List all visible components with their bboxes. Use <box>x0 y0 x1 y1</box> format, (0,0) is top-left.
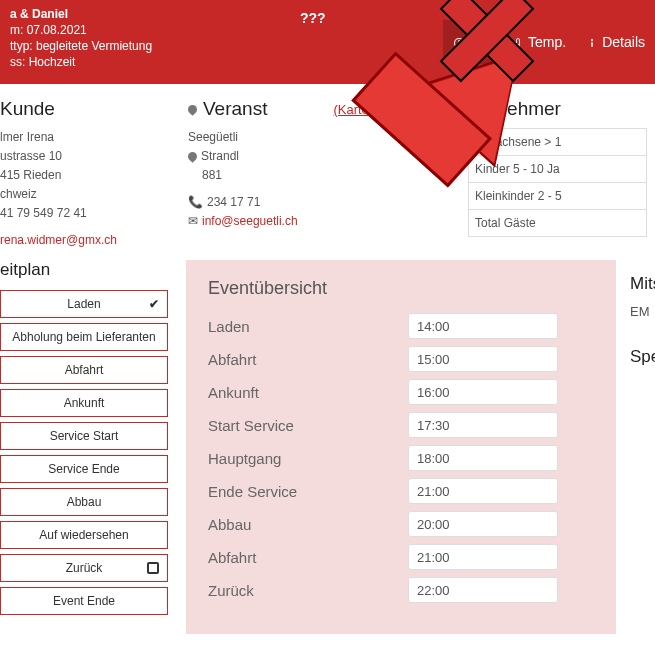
tab-details-label: Details <box>602 34 645 50</box>
ov-time-input[interactable] <box>408 544 558 570</box>
zp-laden[interactable]: Laden✔ <box>0 290 168 318</box>
checkbox-icon <box>147 562 159 574</box>
ov-time-input[interactable] <box>408 412 558 438</box>
part-row: Kleinkinder 2 - 5 <box>469 183 647 210</box>
zp-label: Laden <box>67 297 100 311</box>
venue-phone: 234 17 71 <box>207 193 260 212</box>
mitspieler-value: EM <box>630 304 655 319</box>
kunde-name: lmer Irena <box>0 128 172 147</box>
zp-label: Event Ende <box>53 594 115 608</box>
zp-wiedersehen[interactable]: Auf wiedersehen <box>0 521 168 549</box>
ov-time-input[interactable] <box>408 445 558 471</box>
venue-email-link[interactable]: info@seeguetli.ch <box>202 212 298 231</box>
ov-label: Ende Service <box>208 483 408 500</box>
email-icon: ✉ <box>188 212 198 231</box>
kunde-country: chweiz <box>0 185 172 204</box>
pin-icon <box>186 103 199 116</box>
kunde-column: Kunde lmer Irena ustrasse 10 415 Rieden … <box>0 84 180 256</box>
zp-label: Abholung beim Lieferanten <box>12 330 155 344</box>
kunde-zip: 415 Rieden <box>0 166 172 185</box>
overview-title: Eventübersicht <box>208 278 598 299</box>
zp-label: Abfahrt <box>65 363 104 377</box>
ov-label: Laden <box>208 318 408 335</box>
ov-time-input[interactable] <box>408 478 558 504</box>
ov-label: Ankunft <box>208 384 408 401</box>
zp-abholung[interactable]: Abholung beim Lieferanten <box>0 323 168 351</box>
kunde-title: Kunde <box>0 98 172 120</box>
venue-street: Strandl <box>201 147 239 166</box>
svg-point-3 <box>591 39 593 41</box>
content-top: Kunde lmer Irena ustrasse 10 415 Rieden … <box>0 84 655 256</box>
zp-label: Zurück <box>66 561 103 575</box>
x-mark-overlay <box>440 0 530 80</box>
zp-label: Service Ende <box>48 462 119 476</box>
svg-rect-4 <box>591 42 593 47</box>
ov-label: Abbau <box>208 516 408 533</box>
ov-label: Zurück <box>208 582 408 599</box>
ov-time-input[interactable] <box>408 379 558 405</box>
venue-title-text: Veranst <box>203 98 267 120</box>
zp-label: Abbau <box>67 495 102 509</box>
event-overview: Eventübersicht Laden Abfahrt Ankunft Sta… <box>186 260 616 634</box>
ov-time-input[interactable] <box>408 577 558 603</box>
ov-label: Abfahrt <box>208 549 408 566</box>
ov-time-input[interactable] <box>408 511 558 537</box>
zp-service-start[interactable]: Service Start <box>0 422 168 450</box>
zp-abbau[interactable]: Abbau <box>0 488 168 516</box>
right-column: Mitspie EM Speziel <box>616 260 655 634</box>
zp-event-ende[interactable]: Event Ende <box>0 587 168 615</box>
zp-abfahrt[interactable]: Abfahrt <box>0 356 168 384</box>
zp-label: Ankunft <box>64 396 105 410</box>
kunde-phone: 41 79 549 72 41 <box>0 204 172 223</box>
zp-label: Service Start <box>50 429 119 443</box>
zp-service-ende[interactable]: Service Ende <box>0 455 168 483</box>
kunde-street: ustrasse 10 <box>0 147 172 166</box>
kunde-email-link[interactable]: rena.widmer@gmx.ch <box>0 233 117 247</box>
ov-time-input[interactable] <box>408 346 558 372</box>
mitspieler-title: Mitspie <box>630 274 655 294</box>
phone-icon: 📞 <box>188 193 203 212</box>
info-icon <box>586 36 598 48</box>
venue-zip: 881 <box>188 166 452 185</box>
zp-zurueck[interactable]: Zurück <box>0 554 168 582</box>
zeitplan-title: eitplan <box>0 260 168 280</box>
ov-label: Hauptgang <box>208 450 408 467</box>
zp-label: Auf wiedersehen <box>39 528 128 542</box>
question-marks: ??? <box>300 10 326 26</box>
tab-temp-label: Temp. <box>528 34 566 50</box>
speziell-title: Speziel <box>630 347 655 367</box>
header: a & Daniel m: 07.08.2021 ttyp: begleitet… <box>0 0 655 84</box>
ov-label: Start Service <box>208 417 408 434</box>
pin-icon <box>186 150 199 163</box>
zp-ankunft[interactable]: Ankunft <box>0 389 168 417</box>
ov-label: Abfahrt <box>208 351 408 368</box>
part-row: Total Gäste <box>469 210 647 237</box>
lower: eitplan Laden✔ Abholung beim Lieferanten… <box>0 260 655 634</box>
tab-details[interactable]: Details <box>576 20 655 64</box>
zeitplan-panel: eitplan Laden✔ Abholung beim Lieferanten… <box>0 260 178 634</box>
ov-time-input[interactable] <box>408 313 558 339</box>
check-icon: ✔ <box>149 297 159 311</box>
kunde-block: lmer Irena ustrasse 10 415 Rieden chweiz… <box>0 128 172 250</box>
